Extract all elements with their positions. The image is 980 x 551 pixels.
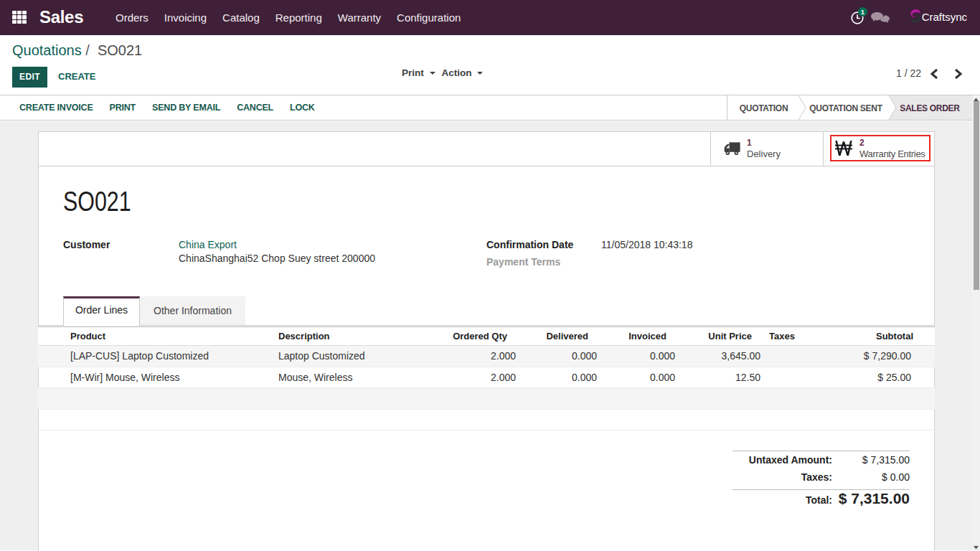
svg-text:QUOTATION SENT: QUOTATION SENT (809, 103, 882, 113)
svg-text:QUOTATION: QUOTATION (740, 103, 788, 113)
svg-text:SALES ORDER: SALES ORDER (900, 103, 960, 113)
